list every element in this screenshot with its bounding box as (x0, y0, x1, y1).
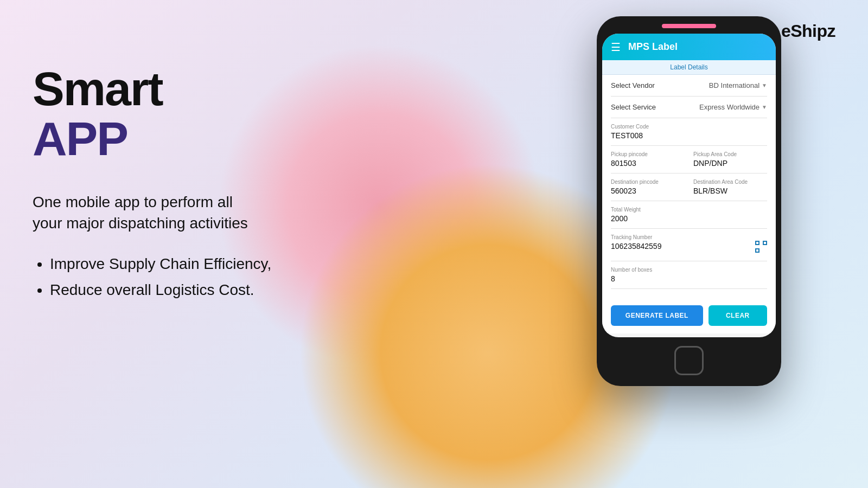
hero-content: Smart APP One mobile app to perform ally… (33, 65, 271, 307)
pickup-row: Pickup pincode 801503 Pickup Area Code D… (611, 146, 767, 174)
hamburger-icon[interactable]: ☰ (611, 42, 621, 53)
svg-rect-2 (763, 241, 767, 245)
number-of-boxes-value[interactable]: 8 (611, 274, 767, 283)
pickup-area-code-value[interactable]: DNP/DNP (693, 159, 767, 168)
scan-icon[interactable] (755, 241, 767, 255)
label-details-bar: Label Details (602, 60, 776, 75)
number-of-boxes-row: Number of boxes 8 (611, 261, 767, 289)
select-vendor-label: Select Vendor (611, 81, 655, 89)
destination-area-code-label: Destination Area Code (693, 179, 767, 185)
total-weight-label: Total Weight (611, 207, 767, 213)
tracking-number-row: Tracking Number 106235842559 (611, 229, 767, 261)
phone-home-button[interactable] (674, 346, 704, 375)
total-weight-row: Total Weight 2000 (611, 201, 767, 229)
phone-notch (662, 24, 716, 28)
destination-pincode-label: Destination pincode (611, 179, 685, 185)
destination-area-col: Destination Area Code BLR/BSW (693, 179, 767, 195)
logo-text: eShipz (781, 21, 835, 41)
headline-app: APP (33, 113, 271, 165)
phone-mockup: ☰ MPS Label Label Details Select Vendor … (597, 16, 781, 386)
bullet-item-1: Improve Supply Chain Efficiency, (50, 255, 271, 273)
select-service-value: Express Worldwide ▼ (699, 103, 767, 111)
bullet-item-2: Reduce overall Logistics Cost. (50, 281, 271, 299)
subtitle: One mobile app to perform allyour major … (33, 191, 271, 234)
destination-pincode-value[interactable]: 560023 (611, 187, 685, 195)
pickup-area-col: Pickup Area Code DNP/DNP (693, 151, 767, 168)
destination-area-code-value[interactable]: BLR/BSW (693, 187, 767, 195)
pickup-pincode-value[interactable]: 801503 (611, 159, 685, 168)
pickup-area-code-label: Pickup Area Code (693, 151, 767, 157)
service-dropdown-arrow: ▼ (762, 104, 767, 110)
select-vendor-row[interactable]: Select Vendor BD International ▼ (611, 75, 767, 97)
select-service-row[interactable]: Select Service Express Worldwide ▼ (611, 97, 767, 118)
vendor-dropdown-arrow: ▼ (762, 82, 767, 88)
tracking-number-label: Tracking Number (611, 234, 661, 240)
phone-body: ☰ MPS Label Label Details Select Vendor … (597, 16, 781, 386)
select-vendor-value: BD International ▼ (709, 81, 767, 89)
pickup-pincode-label: Pickup pincode (611, 151, 685, 157)
svg-rect-3 (756, 249, 759, 252)
svg-rect-1 (756, 241, 759, 245)
action-buttons: GENERATE LABEL CLEAR (602, 298, 776, 333)
phone-header: ☰ MPS Label (602, 34, 776, 60)
headline-smart: Smart (33, 65, 271, 113)
destination-row: Destination pincode 560023 Destination A… (611, 174, 767, 201)
phone-screen-title: MPS Label (628, 41, 678, 53)
destination-pincode-col: Destination pincode 560023 (611, 179, 685, 195)
customer-code-row: Customer Code TEST008 (611, 118, 767, 146)
customer-code-label: Customer Code (611, 124, 767, 130)
select-service-label: Select Service (611, 103, 656, 111)
generate-label-button[interactable]: GENERATE LABEL (611, 305, 703, 326)
phone-screen: ☰ MPS Label Label Details Select Vendor … (602, 34, 776, 337)
total-weight-value[interactable]: 2000 (611, 214, 767, 223)
form-body: Select Vendor BD International ▼ Select … (602, 75, 776, 298)
pickup-pincode-col: Pickup pincode 801503 (611, 151, 685, 168)
tracking-number-value[interactable]: 106235842559 (611, 242, 661, 251)
bullet-list: Improve Supply Chain Efficiency, Reduce … (33, 255, 271, 299)
customer-code-value[interactable]: TEST008 (611, 131, 767, 140)
number-of-boxes-label: Number of boxes (611, 267, 767, 273)
clear-button[interactable]: CLEAR (709, 305, 767, 326)
